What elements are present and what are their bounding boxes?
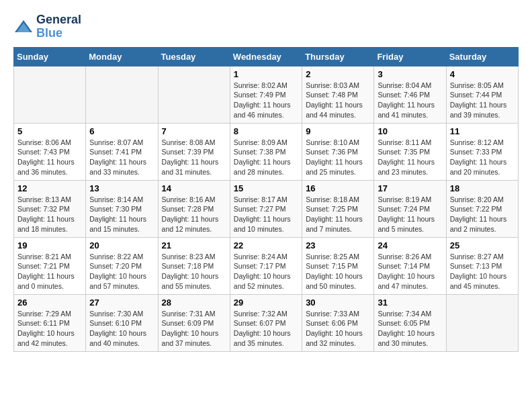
calendar-day: 9Sunrise: 8:10 AMSunset: 7:36 PMDaylight… [302, 123, 374, 180]
header-day: Sunday [14, 47, 86, 66]
header-day: Tuesday [158, 47, 230, 66]
day-info: Sunrise: 8:25 AMSunset: 7:15 PMDaylight:… [306, 252, 370, 291]
header-day: Wednesday [230, 47, 302, 66]
day-info: Sunrise: 8:09 AMSunset: 7:38 PMDaylight:… [234, 138, 298, 177]
day-info: Sunrise: 8:23 AMSunset: 7:18 PMDaylight:… [162, 252, 226, 291]
calendar-week-row: 19Sunrise: 8:21 AMSunset: 7:21 PMDayligh… [14, 237, 519, 294]
day-info: Sunrise: 8:27 AMSunset: 7:13 PMDaylight:… [450, 252, 515, 291]
day-info: Sunrise: 8:06 AMSunset: 7:43 PMDaylight:… [17, 138, 82, 177]
day-number: 23 [306, 240, 370, 250]
calendar-day: 18Sunrise: 8:20 AMSunset: 7:22 PMDayligh… [446, 180, 518, 237]
logo-text: General Blue [36, 13, 81, 40]
day-info: Sunrise: 7:33 AMSunset: 6:06 PMDaylight:… [306, 309, 370, 349]
day-info: Sunrise: 7:29 AMSunset: 6:11 PMDaylight:… [17, 309, 82, 349]
calendar-day: 13Sunrise: 8:14 AMSunset: 7:30 PMDayligh… [86, 180, 158, 237]
calendar-day: 4Sunrise: 8:05 AMSunset: 7:44 PMDaylight… [446, 66, 518, 123]
day-info: Sunrise: 8:18 AMSunset: 7:25 PMDaylight:… [306, 195, 370, 234]
calendar-day: 15Sunrise: 8:17 AMSunset: 7:27 PMDayligh… [230, 180, 302, 237]
day-number: 2 [306, 69, 370, 79]
calendar-day: 25Sunrise: 8:27 AMSunset: 7:13 PMDayligh… [446, 237, 518, 294]
day-info: Sunrise: 8:20 AMSunset: 7:22 PMDaylight:… [450, 195, 515, 234]
day-info: Sunrise: 8:22 AMSunset: 7:20 PMDaylight:… [89, 252, 154, 291]
calendar-day: 20Sunrise: 8:22 AMSunset: 7:20 PMDayligh… [86, 237, 158, 294]
day-number: 19 [17, 240, 82, 250]
calendar-day: 23Sunrise: 8:25 AMSunset: 7:15 PMDayligh… [302, 237, 374, 294]
calendar-day: 3Sunrise: 8:04 AMSunset: 7:46 PMDaylight… [374, 66, 446, 123]
day-info: Sunrise: 8:26 AMSunset: 7:14 PMDaylight:… [378, 252, 442, 291]
calendar-day: 2Sunrise: 8:03 AMSunset: 7:48 PMDaylight… [302, 66, 374, 123]
day-number: 31 [378, 298, 442, 308]
calendar-day: 21Sunrise: 8:23 AMSunset: 7:18 PMDayligh… [158, 237, 230, 294]
day-info: Sunrise: 8:19 AMSunset: 7:24 PMDaylight:… [378, 195, 442, 234]
day-number: 10 [378, 126, 442, 136]
day-number: 14 [162, 183, 226, 193]
day-number: 27 [89, 298, 154, 308]
calendar-day: 6Sunrise: 8:07 AMSunset: 7:41 PMDaylight… [86, 123, 158, 180]
day-number: 22 [234, 240, 298, 250]
calendar-table: SundayMondayTuesdayWednesdayThursdayFrid… [13, 47, 519, 352]
calendar-day: 26Sunrise: 7:29 AMSunset: 6:11 PMDayligh… [14, 294, 86, 351]
calendar-day: 27Sunrise: 7:30 AMSunset: 6:10 PMDayligh… [86, 294, 158, 351]
day-info: Sunrise: 8:12 AMSunset: 7:33 PMDaylight:… [450, 138, 515, 177]
header-day: Thursday [302, 47, 374, 66]
calendar-day [158, 66, 230, 123]
day-number: 7 [162, 126, 226, 136]
day-number: 20 [89, 240, 154, 250]
calendar-day: 7Sunrise: 8:08 AMSunset: 7:39 PMDaylight… [158, 123, 230, 180]
day-info: Sunrise: 8:02 AMSunset: 7:49 PMDaylight:… [234, 81, 298, 120]
day-number: 1 [234, 69, 298, 79]
calendar-day [14, 66, 86, 123]
day-info: Sunrise: 8:03 AMSunset: 7:48 PMDaylight:… [306, 81, 370, 120]
day-info: Sunrise: 8:21 AMSunset: 7:21 PMDaylight:… [17, 252, 82, 291]
day-number: 24 [378, 240, 442, 250]
day-info: Sunrise: 7:31 AMSunset: 6:09 PMDaylight:… [162, 309, 226, 349]
day-info: Sunrise: 8:04 AMSunset: 7:46 PMDaylight:… [378, 81, 442, 120]
calendar-day: 5Sunrise: 8:06 AMSunset: 7:43 PMDaylight… [14, 123, 86, 180]
calendar-day: 16Sunrise: 8:18 AMSunset: 7:25 PMDayligh… [302, 180, 374, 237]
calendar-day: 11Sunrise: 8:12 AMSunset: 7:33 PMDayligh… [446, 123, 518, 180]
calendar-week-row: 5Sunrise: 8:06 AMSunset: 7:43 PMDaylight… [14, 123, 519, 180]
day-info: Sunrise: 8:17 AMSunset: 7:27 PMDaylight:… [234, 195, 298, 234]
calendar-week-row: 26Sunrise: 7:29 AMSunset: 6:11 PMDayligh… [14, 294, 519, 351]
day-number: 12 [17, 183, 82, 193]
calendar-day: 22Sunrise: 8:24 AMSunset: 7:17 PMDayligh… [230, 237, 302, 294]
calendar-body: 1Sunrise: 8:02 AMSunset: 7:49 PMDaylight… [14, 66, 519, 351]
day-number: 18 [450, 183, 515, 193]
calendar-week-row: 1Sunrise: 8:02 AMSunset: 7:49 PMDaylight… [14, 66, 519, 123]
header: General Blue [13, 13, 519, 40]
day-info: Sunrise: 7:34 AMSunset: 6:05 PMDaylight:… [378, 309, 442, 349]
day-info: Sunrise: 8:08 AMSunset: 7:39 PMDaylight:… [162, 138, 226, 177]
calendar-day [446, 294, 518, 351]
calendar-day: 1Sunrise: 8:02 AMSunset: 7:49 PMDaylight… [230, 66, 302, 123]
day-number: 5 [17, 126, 82, 136]
calendar-header: SundayMondayTuesdayWednesdayThursdayFrid… [14, 47, 519, 66]
day-info: Sunrise: 8:07 AMSunset: 7:41 PMDaylight:… [89, 138, 154, 177]
header-day: Friday [374, 47, 446, 66]
day-info: Sunrise: 7:32 AMSunset: 6:07 PMDaylight:… [234, 309, 298, 349]
day-info: Sunrise: 8:13 AMSunset: 7:32 PMDaylight:… [17, 195, 82, 234]
day-number: 29 [234, 298, 298, 308]
day-number: 3 [378, 69, 442, 79]
day-number: 28 [162, 298, 226, 308]
day-number: 17 [378, 183, 442, 193]
day-info: Sunrise: 8:14 AMSunset: 7:30 PMDaylight:… [89, 195, 154, 234]
logo: General Blue [13, 13, 81, 40]
day-number: 9 [306, 126, 370, 136]
calendar-day: 19Sunrise: 8:21 AMSunset: 7:21 PMDayligh… [14, 237, 86, 294]
day-number: 30 [306, 298, 370, 308]
header-day: Saturday [446, 47, 518, 66]
day-number: 4 [450, 69, 515, 79]
day-info: Sunrise: 8:05 AMSunset: 7:44 PMDaylight:… [450, 81, 515, 120]
day-number: 26 [17, 298, 82, 308]
calendar-day: 24Sunrise: 8:26 AMSunset: 7:14 PMDayligh… [374, 237, 446, 294]
day-number: 8 [234, 126, 298, 136]
calendar-day: 8Sunrise: 8:09 AMSunset: 7:38 PMDaylight… [230, 123, 302, 180]
calendar-day [86, 66, 158, 123]
header-row: SundayMondayTuesdayWednesdayThursdayFrid… [14, 47, 519, 66]
calendar-day: 28Sunrise: 7:31 AMSunset: 6:09 PMDayligh… [158, 294, 230, 351]
calendar-day: 10Sunrise: 8:11 AMSunset: 7:35 PMDayligh… [374, 123, 446, 180]
calendar-day: 30Sunrise: 7:33 AMSunset: 6:06 PMDayligh… [302, 294, 374, 351]
day-info: Sunrise: 7:30 AMSunset: 6:10 PMDaylight:… [89, 309, 154, 349]
day-number: 16 [306, 183, 370, 193]
day-info: Sunrise: 8:10 AMSunset: 7:36 PMDaylight:… [306, 138, 370, 177]
